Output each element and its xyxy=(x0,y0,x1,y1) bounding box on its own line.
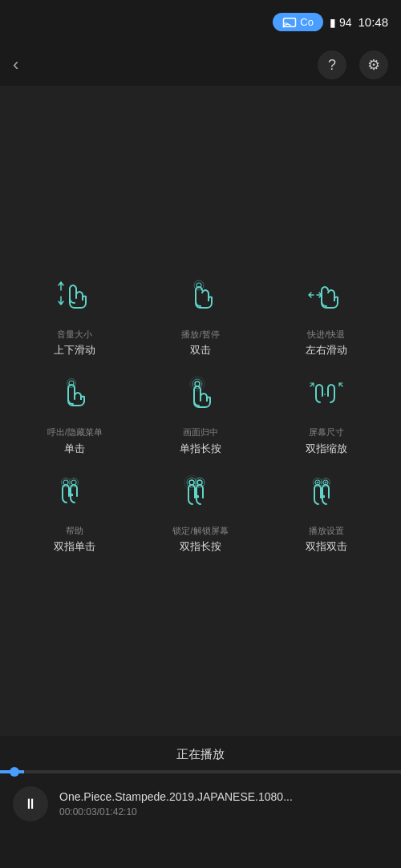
progress-dot[interactable] xyxy=(10,767,19,777)
gesture-item-double-tap: 播放/暂停 双击 xyxy=(142,268,260,357)
gesture-subtitle-double-tap: 播放/暂停 xyxy=(181,329,219,340)
svg-point-3 xyxy=(194,281,204,290)
gesture-subtitle-seek: 快进/快退 xyxy=(307,329,345,340)
gesture-title-center: 单指长按 xyxy=(180,442,221,456)
gesture-title-settings: 双指双击 xyxy=(306,539,347,554)
gesture-icon-help xyxy=(46,464,103,522)
gesture-icon-seek xyxy=(298,268,355,325)
now-playing-label: 正在播放 xyxy=(0,736,401,770)
play-pause-button[interactable]: ⏸ xyxy=(13,786,48,822)
gesture-title-seek: 左右滑动 xyxy=(306,343,347,357)
track-details: One.Piece.Stampede.2019.JAPANESE.1080...… xyxy=(59,790,293,818)
settings-button[interactable]: ⚙ xyxy=(359,50,388,79)
gesture-item-zoom: 屏幕尺寸 双指缩放 xyxy=(267,365,385,455)
gesture-item-lock: 锁定/解锁屏幕 双指长按 xyxy=(142,464,260,554)
gesture-icon-lock xyxy=(172,464,229,522)
progress-bar[interactable] xyxy=(0,770,401,773)
svg-point-5 xyxy=(67,379,76,388)
gesture-subtitle-lock: 锁定/解锁屏幕 xyxy=(172,525,228,536)
gesture-item-settings: 播放设置 双指双击 xyxy=(267,464,385,554)
track-name: One.Piece.Stampede.2019.JAPANESE.1080... xyxy=(59,790,293,803)
gesture-icon-settings xyxy=(298,464,355,522)
svg-rect-0 xyxy=(284,18,296,26)
gesture-item-menu: 呼出/隐藏菜单 单击 xyxy=(16,365,134,455)
svg-point-22 xyxy=(316,481,318,483)
cast-icon xyxy=(282,17,297,28)
gesture-icon-menu xyxy=(46,365,103,423)
help-button[interactable]: ? xyxy=(318,50,346,79)
gesture-title-help: 双指单击 xyxy=(54,539,95,554)
status-time: 10:48 xyxy=(358,15,388,29)
gesture-icon-volume xyxy=(46,268,103,325)
nav-right: ? ⚙ xyxy=(318,50,388,79)
gesture-title-lock: 双指长按 xyxy=(180,539,221,554)
help-icon: ? xyxy=(328,57,336,74)
nav-bar: ‹ ? ⚙ xyxy=(0,44,401,86)
gesture-item-volume: 音量大小 上下滑动 xyxy=(16,268,134,357)
main-content-area: 音量大小 上下滑动 播放/暂停 双击 xyxy=(0,86,401,736)
svg-point-1 xyxy=(283,26,285,27)
gesture-subtitle-help: 帮助 xyxy=(66,525,83,536)
gesture-subtitle-settings: 播放设置 xyxy=(309,525,344,536)
gesture-icon-center xyxy=(172,365,229,423)
gesture-item-center: 画面归中 单指长按 xyxy=(142,365,260,455)
back-button[interactable]: ‹ xyxy=(13,55,18,75)
gesture-subtitle-volume: 音量大小 xyxy=(57,329,92,340)
status-bar: Co ▮ 94 10:48 xyxy=(0,0,401,44)
cast-label: Co xyxy=(300,16,314,28)
svg-point-7 xyxy=(192,379,202,389)
gesture-subtitle-center: 画面归中 xyxy=(183,426,218,438)
svg-point-23 xyxy=(324,481,326,483)
gesture-title-volume: 上下滑动 xyxy=(54,343,95,357)
settings-icon: ⚙ xyxy=(367,56,380,74)
gesture-item-help: 帮助 双指单击 xyxy=(16,464,134,554)
gesture-icon-zoom xyxy=(298,365,355,423)
gesture-title-menu: 单击 xyxy=(64,442,85,456)
gesture-item-seek: 快进/快退 左右滑动 xyxy=(267,268,385,357)
gesture-subtitle-zoom: 屏幕尺寸 xyxy=(309,426,344,438)
gesture-subtitle-menu: 呼出/隐藏菜单 xyxy=(47,426,103,438)
battery-indicator: ▮ 94 xyxy=(330,16,352,29)
track-info: ⏸ One.Piece.Stampede.2019.JAPANESE.1080.… xyxy=(0,773,401,822)
gesture-title-zoom: 双指缩放 xyxy=(306,442,347,456)
gesture-icon-double-tap xyxy=(172,268,229,325)
track-time: 00:00:03/01:42:10 xyxy=(59,806,293,818)
pause-icon: ⏸ xyxy=(23,796,38,813)
gesture-grid: 音量大小 上下滑动 播放/暂停 双击 xyxy=(0,252,401,570)
battery-level: 94 xyxy=(339,16,352,29)
battery-icon: ▮ xyxy=(330,16,336,29)
gesture-title-double-tap: 双击 xyxy=(190,343,211,357)
bottom-bar: 正在播放 ⏸ One.Piece.Stampede.2019.JAPANESE.… xyxy=(0,736,401,868)
cast-button[interactable]: Co xyxy=(273,13,323,31)
